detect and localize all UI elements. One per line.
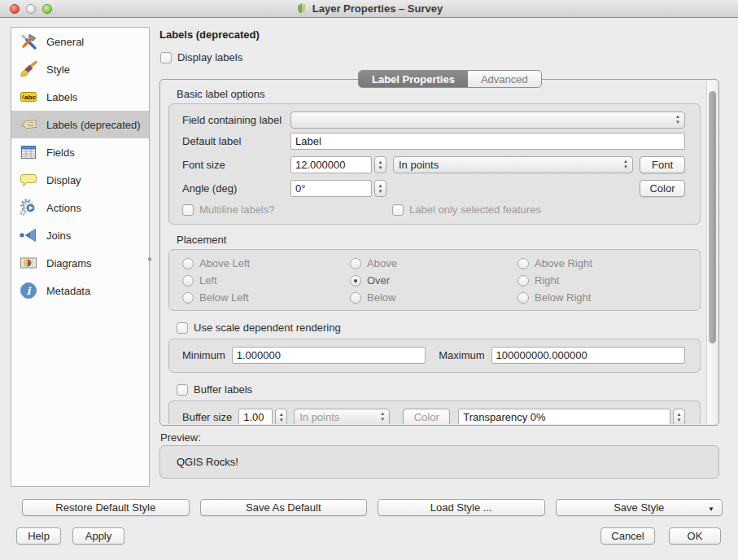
- minimize-button[interactable]: [26, 4, 36, 14]
- placement-right[interactable]: Right: [517, 274, 685, 287]
- field-containing-label-select[interactable]: ▲▼: [290, 112, 685, 129]
- diagram-icon: [19, 253, 38, 273]
- placement-above-left[interactable]: Above Left: [182, 257, 350, 269]
- placement-below[interactable]: Below: [350, 291, 517, 304]
- radio-icon: [182, 258, 194, 269]
- sidebar-item-labels[interactable]: abc Labels: [11, 83, 149, 111]
- minimum-input[interactable]: 1.000000: [232, 347, 426, 364]
- sidebar-item-label: Style: [46, 63, 70, 76]
- info-icon: i: [19, 281, 38, 300]
- ok-button[interactable]: OK: [669, 527, 721, 545]
- buffer-transparency-stepper[interactable]: ▲▼: [673, 409, 685, 424]
- buffer-size-label: Buffer size: [182, 411, 232, 423]
- buffer-labels-checkbox[interactable]: [177, 384, 188, 396]
- help-button[interactable]: Help: [16, 527, 61, 545]
- buffer-unit-select[interactable]: In points ▲▼: [294, 409, 390, 424]
- sidebar-item-display[interactable]: Display: [11, 166, 149, 194]
- save-style-menu-arrow-icon[interactable]: ▼: [708, 505, 714, 513]
- scroll-content: Basic label options Field containing lab…: [160, 80, 705, 424]
- sidebar-item-label: Joins: [46, 230, 71, 242]
- title-bar[interactable]: Layer Properties – Survey: [0, 0, 738, 18]
- speech-bubble-icon: [19, 170, 38, 190]
- sidebar-item-diagrams[interactable]: Diagrams: [11, 249, 149, 277]
- buffer-size-stepper[interactable]: ▲▼: [275, 409, 287, 424]
- sidebar-item-labels-deprecated[interactable]: Labels (deprecated): [11, 111, 149, 138]
- splitter-handle[interactable]: [147, 256, 152, 263]
- buffer-color-button[interactable]: Color: [403, 409, 450, 424]
- sidebar-item-fields[interactable]: Fields: [11, 138, 149, 166]
- layer-properties-dialog: Layer Properties – Survey General Style: [0, 0, 738, 560]
- combo-arrows-icon: ▲▼: [623, 159, 628, 170]
- font-button[interactable]: Font: [640, 156, 685, 173]
- color-button[interactable]: Color: [640, 180, 685, 197]
- placement-below-right[interactable]: Below Right: [517, 291, 685, 304]
- sidebar-item-label: Metadata: [46, 285, 90, 297]
- placement-over[interactable]: Over: [350, 274, 517, 287]
- sidebar-item-label: Display: [46, 174, 81, 186]
- placement-below-left[interactable]: Below Left: [182, 291, 350, 304]
- sidebar-item-metadata[interactable]: i Metadata: [11, 277, 149, 304]
- placement-above[interactable]: Above: [350, 257, 517, 269]
- angle-stepper[interactable]: ▲▼: [374, 180, 386, 197]
- sidebar-item-actions[interactable]: Actions: [11, 194, 149, 221]
- scale-dependent-checkbox[interactable]: [177, 322, 188, 334]
- buffer-size-input[interactable]: 1.00: [238, 409, 273, 424]
- sidebar-item-label: Fields: [46, 147, 75, 159]
- basic-options-groupbox: Field containing label ▲▼ Default label …: [168, 103, 701, 225]
- close-button[interactable]: [10, 4, 20, 14]
- tools-icon: [19, 32, 38, 51]
- scrollbar-thumb[interactable]: [709, 91, 716, 343]
- zoom-button[interactable]: [42, 4, 52, 14]
- multiline-labels-checkbox[interactable]: [182, 204, 194, 216]
- font-size-stepper[interactable]: ▲▼: [374, 156, 386, 173]
- restore-default-style-button[interactable]: Restore Default Style: [22, 499, 190, 516]
- maximum-label: Maximum: [439, 349, 484, 361]
- angle-input[interactable]: 0°: [290, 180, 372, 197]
- tab-label-properties[interactable]: Label Properties: [359, 71, 468, 87]
- angle-label: Angle (deg): [182, 182, 290, 195]
- radio-icon: [350, 292, 361, 304]
- sidebar-item-label: Actions: [46, 202, 81, 214]
- abc-tag-icon: abc: [19, 87, 38, 107]
- buffer-groupbox: Buffer size 1.00 ▲▼ In points ▲▼ Color T…: [168, 400, 701, 424]
- display-labels-label: Display labels: [177, 51, 242, 63]
- save-as-default-button[interactable]: Save As Default: [200, 499, 368, 516]
- sidebar: General Style abc Labels: [11, 27, 150, 487]
- sidebar-item-label: Labels (deprecated): [46, 119, 141, 131]
- maximum-input[interactable]: 100000000.000000: [491, 347, 685, 364]
- radio-icon: [517, 275, 529, 287]
- save-style-button[interactable]: Save Style ▼: [556, 499, 723, 516]
- font-size-unit-select[interactable]: In points ▲▼: [393, 156, 633, 173]
- radio-icon: [182, 275, 194, 287]
- default-label-input[interactable]: Label: [290, 133, 685, 150]
- display-labels-row: Display labels: [160, 51, 242, 63]
- buffer-labels-row: Buffer labels: [177, 383, 705, 396]
- label-only-selected-checkbox[interactable]: [392, 204, 404, 216]
- cancel-button[interactable]: Cancel: [600, 527, 655, 545]
- sidebar-item-label: Diagrams: [46, 257, 92, 269]
- sidebar-item-general[interactable]: General: [11, 28, 149, 55]
- qgis-icon: [295, 2, 308, 15]
- radio-icon: [517, 292, 529, 304]
- placement-above-right[interactable]: Above Right: [517, 257, 685, 269]
- display-labels-checkbox[interactable]: [160, 52, 172, 63]
- radio-icon: [517, 258, 529, 269]
- join-arrow-icon: [19, 225, 38, 245]
- window-title: Layer Properties – Survey: [312, 2, 443, 15]
- vertical-scrollbar[interactable]: [706, 81, 718, 424]
- sidebar-item-style[interactable]: Style: [11, 55, 149, 83]
- gears-icon: [19, 198, 38, 217]
- buffer-transparency-input[interactable]: Transparency 0%: [458, 409, 670, 424]
- sidebar-item-label: Labels: [46, 91, 77, 103]
- apply-button[interactable]: Apply: [72, 527, 124, 545]
- tab-advanced[interactable]: Advanced: [468, 71, 541, 87]
- placement-left[interactable]: Left: [182, 274, 350, 287]
- scale-groupbox: Minimum 1.000000 Maximum 100000000.00000…: [168, 339, 701, 373]
- placement-group-title: Placement: [177, 234, 705, 246]
- label-only-selected-row: Label only selected features: [392, 203, 541, 216]
- load-style-button[interactable]: Load Style ...: [378, 499, 545, 516]
- font-size-input[interactable]: 12.000000: [290, 156, 372, 173]
- sidebar-item-joins[interactable]: Joins: [11, 221, 149, 249]
- label-only-selected-label: Label only selected features: [409, 203, 541, 216]
- sidebar-item-label: General: [46, 36, 84, 48]
